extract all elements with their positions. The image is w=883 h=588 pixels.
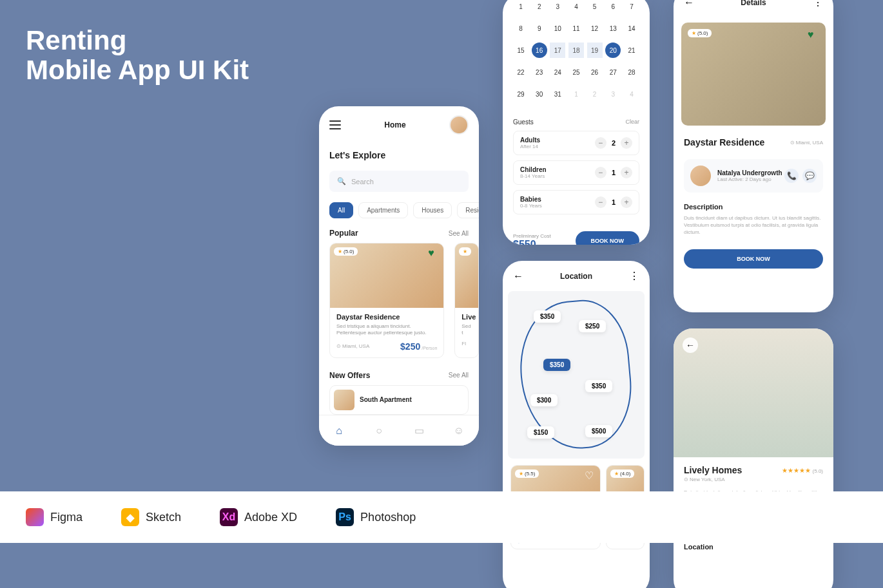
cal-day[interactable]: 29 xyxy=(513,86,529,102)
price-pin[interactable]: $250 xyxy=(579,320,606,332)
clear-link[interactable]: Clear xyxy=(625,119,639,126)
avatar[interactable] xyxy=(449,115,469,135)
see-all-link[interactable]: See All xyxy=(449,372,469,379)
back-icon[interactable]: ← xyxy=(684,0,694,8)
cal-day[interactable]: 13 xyxy=(605,21,621,36)
cal-day[interactable]: 22 xyxy=(513,64,529,80)
property-desc: Sed t xyxy=(461,323,472,337)
cal-day[interactable]: 12 xyxy=(587,21,603,36)
heart-icon[interactable]: ♡ xyxy=(585,469,596,481)
guest-row-children: Children8-14 Years −1+ xyxy=(513,160,639,185)
cal-day[interactable]: 8 xyxy=(513,21,529,36)
property-title: Live xyxy=(461,313,472,321)
price-pin[interactable]: $300 xyxy=(530,394,558,406)
rating-badge: ★(5.0) xyxy=(334,247,358,256)
property-location: ⊙Miami, USA xyxy=(336,343,369,349)
nav-search-icon[interactable]: ○ xyxy=(373,424,385,437)
cal-day-selected[interactable]: 16 xyxy=(532,43,547,58)
search-input[interactable]: 🔍 Search xyxy=(329,171,469,192)
cal-day[interactable]: 31 xyxy=(550,86,565,102)
tool-figma: Figma xyxy=(26,508,82,526)
cal-day[interactable]: 24 xyxy=(550,64,565,80)
cal-day-range[interactable]: 18 xyxy=(568,43,584,58)
property-image: ★(5.0) ♥ xyxy=(681,23,826,126)
cal-day[interactable]: 10 xyxy=(550,21,565,36)
cal-day[interactable]: 1 xyxy=(568,86,584,102)
heart-icon[interactable]: ♥ xyxy=(808,29,819,41)
see-all-link[interactable]: See All xyxy=(449,230,469,237)
cal-day[interactable]: 14 xyxy=(624,21,639,36)
offer-image xyxy=(334,390,354,410)
bottom-nav: ⌂ ○ ▭ ☺ xyxy=(319,415,479,446)
cal-day[interactable]: 3 xyxy=(550,0,565,14)
back-icon[interactable]: ← xyxy=(683,337,698,353)
nav-map-icon[interactable]: ▭ xyxy=(412,424,425,437)
property-title-row: Lively Homes ★★★★★ (5.0) xyxy=(684,465,823,475)
call-icon[interactable]: 📞 xyxy=(784,169,799,183)
chip-houses[interactable]: Houses xyxy=(413,202,452,218)
cal-day-range[interactable]: 19 xyxy=(587,43,603,58)
cal-day[interactable]: 4 xyxy=(568,0,584,14)
cal-day[interactable]: 21 xyxy=(624,43,639,58)
minus-button[interactable]: − xyxy=(595,137,606,149)
hero-title: Renting Mobile App UI Kit xyxy=(26,26,249,85)
nav-home-icon[interactable]: ⌂ xyxy=(333,424,345,437)
offer-title: South Apartment xyxy=(360,396,412,403)
cal-day[interactable]: 3 xyxy=(605,86,621,102)
cal-day[interactable]: 2 xyxy=(587,86,603,102)
cal-day[interactable]: 26 xyxy=(587,64,603,80)
cal-day[interactable]: 30 xyxy=(532,86,547,102)
nav-profile-icon[interactable]: ☺ xyxy=(452,424,465,437)
new-offer-card[interactable]: South Apartment xyxy=(329,385,469,415)
chat-icon[interactable]: 💬 xyxy=(802,169,817,183)
cal-day[interactable]: 11 xyxy=(568,21,584,36)
cal-day-selected[interactable]: 20 xyxy=(605,43,621,58)
book-now-button[interactable]: BOOK NOW xyxy=(576,231,640,245)
cal-day[interactable]: 2 xyxy=(532,0,547,14)
cal-day[interactable]: 1 xyxy=(513,0,529,14)
chip-all[interactable]: All xyxy=(329,202,353,218)
property-location: ⊙Miami, USA xyxy=(790,140,823,146)
more-icon[interactable]: ⋮ xyxy=(813,0,823,8)
chip-residences[interactable]: Residences xyxy=(457,202,479,218)
price-pin[interactable]: $350 xyxy=(585,380,612,392)
cal-day[interactable]: 4 xyxy=(624,86,639,102)
book-now-button[interactable]: BOOK NOW xyxy=(684,249,823,269)
price-pin[interactable]: $150 xyxy=(527,426,554,439)
map-view[interactable]: $350 $250 $350 $350 $300 $150 $500 xyxy=(508,291,645,459)
host-card[interactable]: Natalya Undergrowth Last Active: 2 Days … xyxy=(684,159,823,193)
map-header: ← Location ⋮ xyxy=(503,261,650,291)
phone-detail-alt: ← Lively Homes ★★★★★ (5.0) ⊙New York, US… xyxy=(674,328,833,588)
cal-day[interactable]: 6 xyxy=(605,0,621,14)
host-name: Natalya Undergrowth xyxy=(717,169,782,176)
minus-button[interactable]: − xyxy=(595,167,606,178)
calendar[interactable]: 1234567 891011121314 15161718192021 2223… xyxy=(503,0,650,113)
plus-button[interactable]: + xyxy=(621,167,632,178)
minus-button[interactable]: − xyxy=(595,196,606,208)
cal-day[interactable]: 23 xyxy=(532,64,547,80)
heart-icon[interactable]: ♥ xyxy=(428,247,440,259)
back-icon[interactable]: ← xyxy=(513,270,523,282)
cal-day[interactable]: 15 xyxy=(513,43,529,58)
popular-list[interactable]: ★(5.0) ♥ Daystar Residence Sed tristique… xyxy=(319,243,479,366)
cal-day-range[interactable]: 17 xyxy=(550,43,565,58)
plus-button[interactable]: + xyxy=(621,137,632,149)
cal-day[interactable]: 25 xyxy=(568,64,584,80)
chip-apartments[interactable]: Apartments xyxy=(358,202,408,218)
property-card[interactable]: ★(5.0) ♥ Daystar Residence Sed tristique… xyxy=(329,243,444,358)
guest-subtitle: After 14 xyxy=(520,144,540,149)
menu-icon[interactable] xyxy=(329,120,341,129)
cal-day[interactable]: 28 xyxy=(624,64,639,80)
price-pin[interactable]: $350 xyxy=(534,310,561,323)
cal-day[interactable]: 27 xyxy=(605,64,621,80)
ps-icon: Ps xyxy=(336,508,354,526)
property-card-peek[interactable]: ★ Live Sed t Fl xyxy=(454,243,479,358)
price-pin[interactable]: $500 xyxy=(585,425,612,437)
cal-day[interactable]: 5 xyxy=(587,0,603,14)
plus-button[interactable]: + xyxy=(621,196,632,208)
more-icon[interactable]: ⋮ xyxy=(629,270,639,282)
cal-day[interactable]: 9 xyxy=(532,21,547,36)
cal-day[interactable]: 7 xyxy=(624,0,639,14)
price-pin-active[interactable]: $350 xyxy=(543,359,570,371)
guest-count: 2 xyxy=(612,139,616,147)
